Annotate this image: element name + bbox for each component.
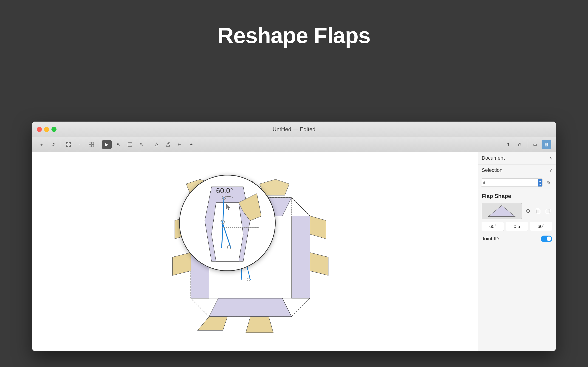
value-input[interactable]: [481, 180, 538, 185]
flap-fields-row: 60° 0.5 60°: [482, 222, 552, 231]
selection-chevron-icon: ∨: [549, 168, 552, 173]
ratio-field[interactable]: 0.5: [506, 222, 528, 231]
svg-marker-49: [488, 206, 515, 217]
angle1-field[interactable]: 60°: [482, 222, 504, 231]
svg-marker-20: [209, 298, 292, 317]
canvas[interactable]: 60.0°: [32, 152, 478, 351]
svg-rect-8: [128, 143, 132, 146]
flip-icon-button[interactable]: [524, 207, 532, 215]
value-input-container: ▲ ▼: [481, 178, 543, 187]
joint-id-label: Joint ID: [482, 236, 499, 242]
stepper-up-button[interactable]: ▲: [538, 179, 542, 183]
joint-id-row: Joint ID: [482, 234, 552, 243]
stepper-down-button[interactable]: ▼: [538, 183, 542, 186]
magic-button[interactable]: ✦: [186, 140, 196, 149]
magnifier-overlay: 60.0°: [179, 175, 276, 271]
view1-button[interactable]: ▭: [530, 140, 540, 149]
svg-rect-6: [89, 145, 91, 147]
svg-rect-1: [69, 142, 70, 144]
svg-rect-5: [92, 142, 94, 144]
paste-icon-button[interactable]: [544, 207, 552, 215]
select-button[interactable]: [125, 140, 135, 149]
play-button[interactable]: ▶: [102, 140, 112, 149]
angle2-field[interactable]: 60°: [530, 222, 552, 231]
svg-rect-52: [537, 210, 540, 213]
share-button[interactable]: ⬆: [503, 140, 513, 149]
window-controls: [37, 127, 57, 132]
cursor-button[interactable]: ↖: [113, 140, 123, 149]
copy-icon-button[interactable]: [534, 207, 542, 215]
right-panel: Document ∧ Selection ∨ ▲ ▼ ✎: [478, 152, 556, 351]
separator-3: [149, 141, 149, 148]
svg-marker-31: [246, 317, 273, 333]
view2-button[interactable]: ▦: [542, 140, 551, 149]
flap-preview: [482, 203, 522, 219]
svg-rect-3: [69, 145, 70, 147]
value-input-row: ▲ ▼ ✎: [478, 176, 556, 189]
separator-1: [61, 141, 61, 148]
grid-small-button[interactable]: [64, 140, 73, 149]
pen-button[interactable]: ✎: [137, 140, 146, 149]
document-chevron-icon: ∧: [549, 156, 552, 161]
refresh-button[interactable]: ↺: [48, 140, 58, 149]
svg-text:60.0°: 60.0°: [216, 186, 233, 195]
print-button[interactable]: ⎙: [515, 140, 524, 149]
align-button[interactable]: ⊢: [175, 140, 184, 149]
separator-4: [527, 141, 527, 148]
flap-icon-row: [482, 203, 552, 219]
minimize-button[interactable]: [44, 127, 49, 132]
toolbar: ＋ ↺ · ▶ ↖ ✎: [32, 137, 556, 152]
main-window: Untitled — Edited ＋ ↺ · ▶ ↖: [32, 122, 556, 351]
svg-rect-2: [66, 145, 68, 147]
flap-shape-panel: Flap Shape: [478, 189, 556, 247]
joint-id-toggle[interactable]: [541, 236, 552, 242]
edit-pencil-button[interactable]: ✎: [544, 178, 553, 187]
svg-rect-0: [66, 142, 68, 144]
svg-rect-7: [92, 145, 94, 147]
window-title: Untitled — Edited: [273, 126, 316, 133]
content-area: 60.0°: [32, 152, 556, 351]
close-button[interactable]: [37, 127, 42, 132]
add-button[interactable]: ＋: [37, 140, 46, 149]
document-section[interactable]: Document ∧: [478, 152, 556, 165]
separator-2: [99, 141, 99, 148]
fold2-button[interactable]: [163, 140, 173, 149]
flap-shape-title: Flap Shape: [482, 193, 552, 199]
stepper-buttons: ▲ ▼: [538, 179, 542, 186]
document-label: Document: [482, 155, 505, 161]
selection-label: Selection: [482, 167, 502, 173]
svg-marker-40: [212, 202, 243, 261]
svg-rect-4: [89, 142, 91, 144]
maximize-button[interactable]: [52, 127, 57, 132]
grid-large-button[interactable]: [86, 140, 96, 149]
page-title: Reshape Flaps: [0, 23, 588, 48]
dot-button[interactable]: ·: [75, 140, 85, 149]
svg-rect-53: [546, 210, 549, 213]
svg-marker-19: [292, 216, 310, 298]
titlebar: Untitled — Edited: [32, 122, 556, 137]
selection-section[interactable]: Selection ∨: [478, 165, 556, 176]
fold1-button[interactable]: [152, 140, 162, 149]
